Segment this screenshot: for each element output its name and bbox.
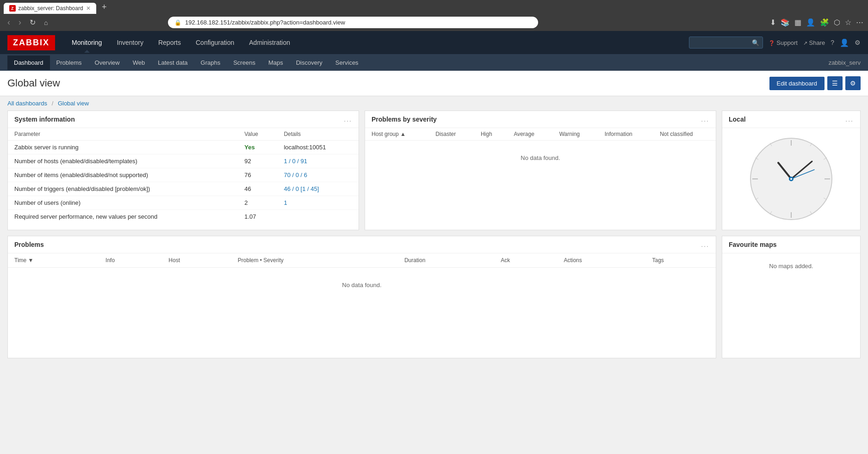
- problems-col-ack: Ack: [494, 253, 557, 268]
- col-value: Value: [238, 128, 277, 141]
- sysinfo-details[interactable]: 1 / 0 / 91: [277, 154, 359, 168]
- browser-action-icons: ⬇ 📚 ▦ 👤 🧩 ⬡ ☆ ⋯: [770, 18, 863, 27]
- sysinfo-value: 76: [238, 168, 277, 182]
- sidebar-icon[interactable]: ▦: [794, 18, 801, 27]
- local-clock-menu-btn[interactable]: ...: [845, 116, 854, 123]
- nav-administration[interactable]: Administration: [242, 32, 298, 53]
- sysinfo-value: 46: [238, 182, 277, 196]
- back-button[interactable]: ‹: [5, 17, 13, 28]
- sysinfo-details[interactable]: 1: [277, 196, 359, 210]
- severity-col-hostgroup: Host group ▲: [365, 128, 429, 141]
- tab-favicon: Z: [9, 5, 16, 12]
- main-nav: Monitoring Inventory Reports Configurati…: [64, 32, 298, 53]
- dashboard-options-button[interactable]: ⚙: [845, 76, 861, 90]
- problems-severity-menu-btn[interactable]: ...: [701, 116, 709, 123]
- system-info-widget: System information ... Parameter Value D…: [7, 110, 359, 230]
- problems-table: Time ▼ Info Host Problem • Severity Dura…: [8, 253, 716, 302]
- sysinfo-value: Yes: [238, 141, 277, 154]
- support-link[interactable]: ❓ Support: [769, 39, 798, 46]
- download-icon[interactable]: ⬇: [770, 18, 776, 27]
- more-icon[interactable]: ⋯: [856, 18, 863, 27]
- edit-dashboard-button[interactable]: Edit dashboard: [769, 77, 825, 90]
- share-link[interactable]: ↗ Share: [803, 39, 825, 46]
- favourite-maps-widget: Favourite maps No maps added.: [722, 236, 861, 358]
- address-bar[interactable]: 🔒 192.168.182.151/zabbix/zabbix.php?acti…: [168, 17, 538, 28]
- local-clock-title: Local: [729, 116, 746, 123]
- subnav-screens[interactable]: Screens: [227, 55, 262, 70]
- subnav-problems[interactable]: Problems: [50, 55, 88, 70]
- nav-monitoring[interactable]: Monitoring: [64, 32, 109, 53]
- app-header: ZABBIX Monitoring Inventory Reports Conf…: [0, 31, 868, 54]
- problems-widget: Problems ... Time ▼ Info Host Problem • …: [7, 236, 716, 358]
- nav-reports[interactable]: Reports: [151, 32, 188, 53]
- sysinfo-parameter: Required server performance, new values …: [8, 210, 238, 224]
- problems-header: Problems ...: [8, 236, 716, 253]
- sysinfo-row: Zabbix server is runningYeslocalhost:100…: [8, 141, 359, 154]
- breadcrumb: All dashboards / Global view: [0, 96, 868, 110]
- severity-col-disaster: Disaster: [429, 128, 474, 141]
- problems-col-host: Host: [162, 253, 231, 268]
- severity-col-warning: Warning: [553, 128, 598, 141]
- subnav-web[interactable]: Web: [126, 55, 152, 70]
- severity-col-average: Average: [507, 128, 552, 141]
- sysinfo-value: 2: [238, 196, 277, 210]
- sysinfo-details[interactable]: 70 / 0 / 6: [277, 168, 359, 182]
- subnav-dashboard[interactable]: Dashboard: [7, 55, 50, 70]
- zabbix-logo[interactable]: ZABBIX: [7, 35, 55, 50]
- problems-col-problem: Problem • Severity: [231, 253, 398, 268]
- settings-icon[interactable]: ⚙: [855, 39, 861, 46]
- refresh-button[interactable]: ↻: [27, 17, 38, 28]
- system-info-header: System information ...: [8, 111, 359, 128]
- header-right: 🔍 ❓ Support ↗ Share ? 👤 ⚙: [689, 37, 861, 49]
- sub-nav-left: Dashboard Problems Overview Web Latest d…: [7, 55, 365, 70]
- problems-col-tags: Tags: [646, 253, 716, 268]
- bookmarks-icon[interactable]: 📚: [781, 18, 790, 27]
- system-info-table: Parameter Value Details Zabbix server is…: [8, 128, 359, 223]
- new-tab-button[interactable]: +: [98, 2, 111, 14]
- share-browser-icon[interactable]: ⬡: [834, 18, 840, 27]
- subnav-overview[interactable]: Overview: [88, 55, 126, 70]
- favorites-icon[interactable]: ☆: [845, 18, 851, 27]
- problems-severity-title: Problems by severity: [372, 116, 437, 123]
- clock-face-svg: [750, 137, 833, 221]
- sub-nav-user: zabbix_serv: [829, 59, 861, 66]
- forward-button[interactable]: ›: [16, 17, 24, 28]
- breadcrumb-all-dashboards[interactable]: All dashboards: [7, 100, 47, 107]
- problems-severity-widget: Problems by severity ... Host group ▲ Di…: [365, 110, 716, 230]
- sysinfo-value: 92: [238, 154, 277, 168]
- sysinfo-details[interactable]: 46 / 0 [1 / 45]: [277, 182, 359, 196]
- sysinfo-parameter: Zabbix server is running: [8, 141, 238, 154]
- lock-icon: 🔒: [174, 19, 181, 26]
- user-icon[interactable]: 👤: [840, 38, 849, 47]
- system-info-menu-btn[interactable]: ...: [344, 116, 352, 123]
- close-icon[interactable]: ✕: [86, 5, 91, 12]
- extensions-icon[interactable]: 🧩: [820, 18, 829, 27]
- nav-inventory[interactable]: Inventory: [109, 32, 151, 53]
- severity-col-information: Information: [598, 128, 653, 141]
- nav-configuration[interactable]: Configuration: [188, 32, 242, 53]
- clock-display: [722, 128, 860, 230]
- tab-title: zabbix_server: Dashboard: [19, 5, 83, 12]
- severity-col-high: High: [474, 128, 507, 141]
- col-details: Details: [277, 128, 359, 141]
- local-clock-header: Local ...: [722, 111, 860, 128]
- sysinfo-row: Number of hosts (enabled/disabled/templa…: [8, 154, 359, 168]
- home-button[interactable]: ⌂: [41, 18, 50, 27]
- subnav-discovery[interactable]: Discovery: [290, 55, 329, 70]
- subnav-maps[interactable]: Maps: [262, 55, 290, 70]
- profile-icon[interactable]: 👤: [806, 18, 815, 27]
- favourite-maps-title: Favourite maps: [729, 241, 776, 248]
- dashboard-view-toggle-button[interactable]: ☰: [827, 76, 843, 90]
- dashboard-actions: Edit dashboard ☰ ⚙: [769, 76, 861, 90]
- subnav-services[interactable]: Services: [329, 55, 365, 70]
- problems-col-info: Info: [99, 253, 162, 268]
- problems-menu-btn[interactable]: ...: [701, 241, 709, 248]
- subnav-graphs[interactable]: Graphs: [194, 55, 227, 70]
- browser-tab[interactable]: Z zabbix_server: Dashboard ✕: [4, 3, 96, 14]
- subnav-latest-data[interactable]: Latest data: [151, 55, 194, 70]
- help-icon[interactable]: ?: [831, 39, 834, 46]
- sysinfo-value: 1.07: [238, 210, 277, 224]
- sysinfo-details: [277, 210, 359, 224]
- system-info-title: System information: [14, 116, 75, 123]
- favourite-maps-content: No maps added.: [722, 253, 860, 279]
